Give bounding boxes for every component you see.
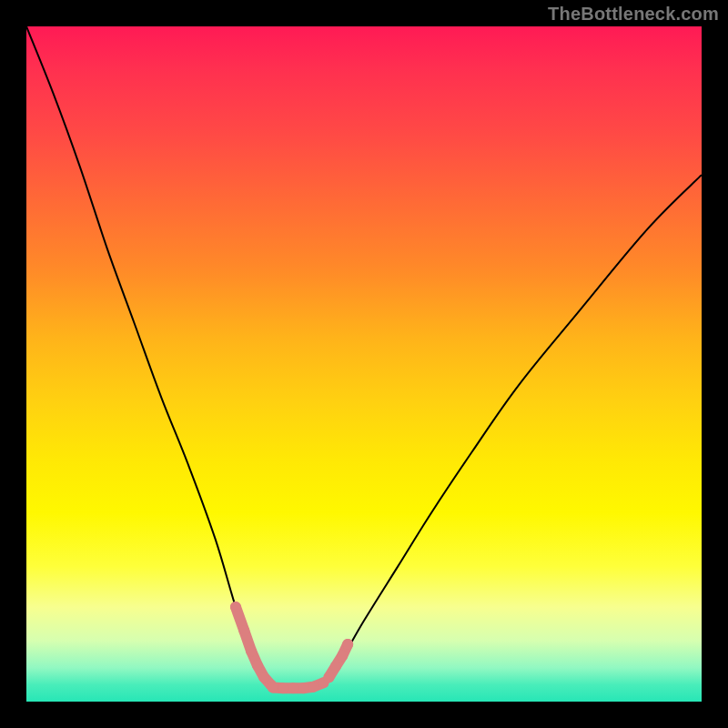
- highlight-right-leg-point: [323, 672, 334, 682]
- highlight-trough-point: [278, 682, 288, 693]
- highlight-right-leg-point: [337, 651, 348, 662]
- highlight-trough-point: [308, 682, 318, 693]
- highlight-left-leg-point: [246, 645, 257, 656]
- highlight-left-leg-point: [230, 602, 241, 612]
- highlight-trough-point: [268, 682, 278, 693]
- highlight-left-leg-point: [238, 625, 249, 636]
- highlight-right-leg-point: [330, 661, 341, 672]
- watermark-label: TheBottleneck.com: [548, 4, 719, 25]
- chart-stage: TheBottleneck.com: [0, 0, 728, 728]
- bottleneck-curve: [26, 26, 702, 689]
- curve-layer: [26, 26, 702, 702]
- highlight-trough-point: [288, 682, 298, 693]
- highlight-trough-point: [298, 682, 308, 693]
- highlight-left-leg-point: [252, 660, 263, 671]
- highlight-right-leg-point: [342, 639, 353, 650]
- plot-area: [26, 26, 702, 702]
- highlight-right-leg: [329, 644, 348, 677]
